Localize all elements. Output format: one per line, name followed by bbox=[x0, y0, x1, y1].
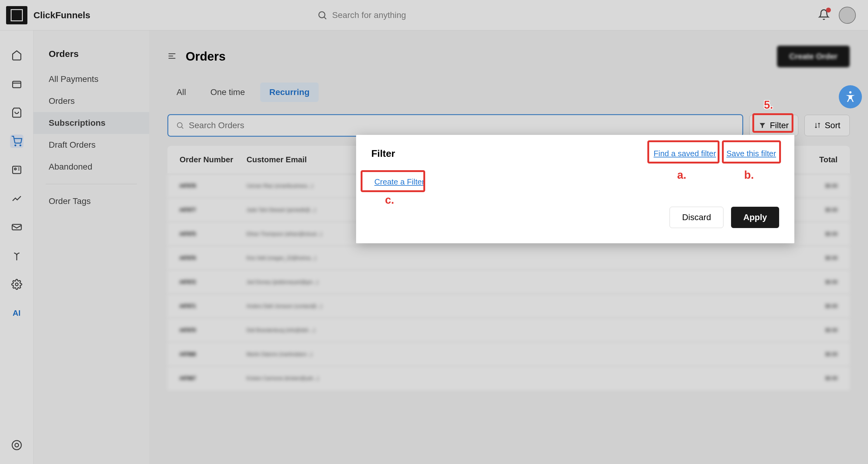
sidebar-divider bbox=[45, 184, 137, 184]
main-content: Orders Create Order All One time Recurri… bbox=[149, 30, 868, 464]
td-order-number: #47672 bbox=[180, 279, 247, 285]
table-row[interactable]: #47672Jed Dorsey (jeddorseyart@gm...)$0.… bbox=[167, 270, 850, 294]
search-orders-input[interactable] bbox=[189, 121, 735, 130]
table-row[interactable]: #47667Kristen Carmone (kristen@yah...)$0… bbox=[167, 366, 850, 390]
svg-point-8 bbox=[15, 283, 18, 286]
find-saved-filter-link[interactable]: Find a saved filter bbox=[650, 147, 719, 160]
analytics-icon bbox=[11, 193, 22, 204]
table-row[interactable]: #47671Anders Dahl Jonsson (contact@...)$… bbox=[167, 294, 850, 318]
ai-icon: AI bbox=[13, 308, 21, 318]
td-order-number: #47675 bbox=[180, 231, 247, 237]
sidebar-item-abandoned[interactable]: Abandoned bbox=[33, 156, 149, 178]
filter-label: Filter bbox=[770, 121, 788, 130]
sidebar-item-order-tags[interactable]: Order Tags bbox=[33, 190, 149, 212]
nav-products[interactable] bbox=[10, 78, 24, 91]
bag-icon bbox=[11, 107, 22, 118]
sort-button[interactable]: Sort bbox=[804, 115, 850, 136]
discard-button[interactable]: Discard bbox=[670, 207, 723, 228]
svg-point-9 bbox=[12, 440, 21, 450]
top-header: ClickFunnels Search for anything bbox=[0, 0, 868, 30]
filter-popover-title: Filter bbox=[371, 148, 395, 159]
svg-point-4 bbox=[20, 145, 21, 146]
table-row[interactable]: #47668Martin Datorre (martindatorr...)$0… bbox=[167, 342, 850, 366]
nav-analytics[interactable] bbox=[10, 192, 24, 205]
mail-icon bbox=[11, 222, 22, 233]
sidebar-item-subscriptions[interactable]: Subscriptions bbox=[33, 112, 149, 134]
nav-growth[interactable] bbox=[10, 249, 24, 262]
sort-label: Sort bbox=[825, 121, 840, 130]
td-order-number: #47668 bbox=[180, 352, 247, 357]
svg-point-14 bbox=[178, 123, 182, 128]
help-icon bbox=[11, 440, 22, 451]
plant-icon bbox=[11, 250, 22, 261]
td-customer-email: Martin Datorre (martindatorr...) bbox=[247, 352, 789, 357]
apply-button[interactable]: Apply bbox=[731, 207, 779, 228]
nav-cart[interactable] bbox=[10, 134, 24, 148]
menu-icon bbox=[167, 52, 177, 61]
contact-icon bbox=[11, 164, 22, 175]
icon-rail: AI bbox=[0, 30, 33, 464]
save-this-filter-link[interactable]: Save this filter bbox=[723, 147, 779, 160]
search-placeholder: Search for anything bbox=[332, 10, 406, 20]
nav-home[interactable] bbox=[10, 49, 24, 62]
th-total: Total bbox=[789, 155, 838, 164]
td-total: $0.00 bbox=[789, 183, 838, 189]
accessibility-icon bbox=[844, 90, 857, 103]
td-total: $0.00 bbox=[789, 376, 838, 381]
global-search[interactable]: Search for anything bbox=[317, 10, 591, 21]
td-customer-email: Didi Brandenburg (info@didi-...) bbox=[247, 328, 789, 333]
notification-dot bbox=[826, 8, 831, 12]
nav-settings[interactable] bbox=[10, 278, 24, 291]
create-filter-link[interactable]: Create a Filter bbox=[371, 175, 428, 188]
tab-recurring[interactable]: Recurring bbox=[260, 83, 319, 102]
nav-bag[interactable] bbox=[10, 106, 24, 119]
cart-icon bbox=[11, 136, 22, 147]
nav-ai[interactable]: AI bbox=[10, 306, 24, 320]
td-total: $0.00 bbox=[789, 279, 838, 285]
tab-all[interactable]: All bbox=[167, 83, 195, 102]
filter-popover: Filter Find a saved filter Save this fil… bbox=[356, 135, 794, 243]
sidebar-heading: Orders bbox=[33, 49, 149, 68]
nav-help[interactable] bbox=[10, 438, 24, 452]
td-total: $0.00 bbox=[789, 352, 838, 357]
table-row[interactable]: #47676Kira Vetti (megan_22@hotma...)$0.0… bbox=[167, 246, 850, 270]
toggle-sidebar-button[interactable] bbox=[167, 52, 177, 62]
create-order-button[interactable]: Create Order bbox=[777, 46, 850, 67]
td-customer-email: Jed Dorsey (jeddorseyart@gm...) bbox=[247, 279, 789, 285]
td-customer-email: Kristen Carmone (kristen@yah...) bbox=[247, 376, 789, 381]
tab-one-time[interactable]: One time bbox=[201, 83, 254, 102]
home-icon bbox=[11, 50, 22, 61]
svg-point-0 bbox=[319, 11, 325, 18]
table-row[interactable]: #47670Didi Brandenburg (info@didi-...)$0… bbox=[167, 318, 850, 342]
notifications-button[interactable] bbox=[818, 9, 830, 22]
svg-line-15 bbox=[182, 127, 183, 128]
accessibility-button[interactable] bbox=[839, 85, 862, 109]
sidebar-item-draft-orders[interactable]: Draft Orders bbox=[33, 134, 149, 156]
search-icon bbox=[317, 10, 328, 21]
sidebar-item-all-payments[interactable]: All Payments bbox=[33, 68, 149, 90]
td-total: $0.00 bbox=[789, 207, 838, 213]
td-order-number: #47670 bbox=[180, 328, 247, 333]
nav-contacts[interactable] bbox=[10, 163, 24, 177]
svg-rect-7 bbox=[12, 224, 21, 230]
td-order-number: #47676 bbox=[180, 255, 247, 261]
td-customer-email: Kira Vetti (megan_22@hotma...) bbox=[247, 255, 789, 261]
th-order-number: Order Number bbox=[180, 155, 247, 164]
svg-point-6 bbox=[14, 168, 16, 170]
td-total: $0.00 bbox=[789, 328, 838, 333]
svg-point-16 bbox=[849, 91, 851, 93]
brand-name: ClickFunnels bbox=[33, 10, 90, 21]
avatar[interactable] bbox=[839, 7, 856, 24]
page-title: Orders bbox=[186, 50, 225, 63]
td-total: $0.00 bbox=[789, 255, 838, 261]
sidebar-item-orders[interactable]: Orders bbox=[33, 90, 149, 112]
filter-button[interactable]: Filter bbox=[749, 115, 798, 136]
search-orders-input-wrap[interactable] bbox=[167, 114, 743, 137]
gear-icon bbox=[11, 279, 22, 290]
svg-line-1 bbox=[324, 17, 326, 19]
svg-point-10 bbox=[15, 443, 19, 447]
box-icon bbox=[11, 79, 22, 90]
nav-marketing[interactable] bbox=[10, 220, 24, 234]
logo bbox=[6, 6, 27, 24]
secondary-sidebar: Orders All Payments Orders Subscriptions… bbox=[33, 30, 149, 464]
